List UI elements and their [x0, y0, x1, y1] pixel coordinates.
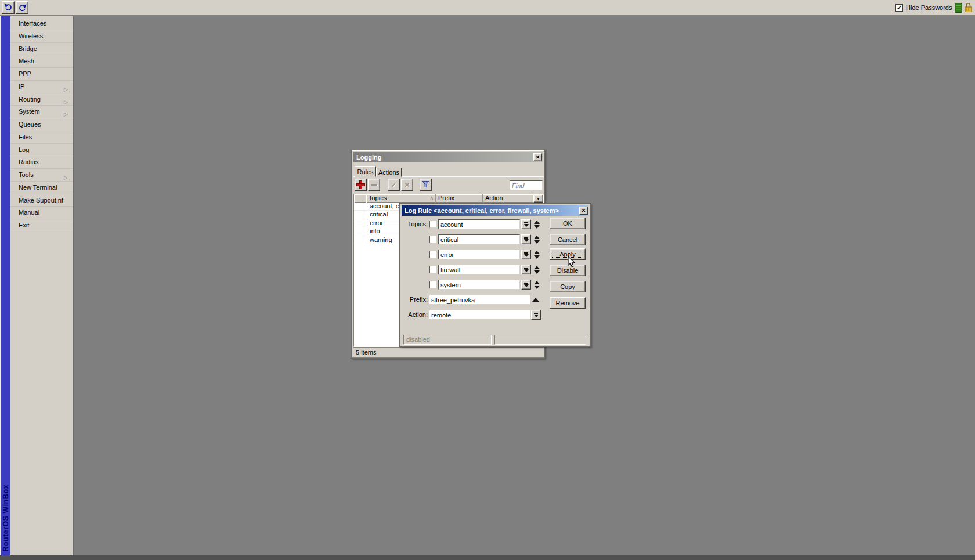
action-input[interactable] [429, 310, 530, 320]
disable-rule-button[interactable]: ✕ [401, 179, 413, 191]
sidebar-item-system[interactable]: System▷ [10, 106, 73, 118]
topic-checkbox[interactable] [429, 266, 437, 273]
close-icon: ✕ [582, 208, 586, 214]
sidebar-item-mesh[interactable]: Mesh [10, 55, 73, 68]
topic-input[interactable] [438, 250, 520, 259]
dropdown-list-icon [524, 268, 528, 269]
sidebar-item-wireless[interactable]: Wireless [10, 30, 73, 43]
topic-spinner[interactable] [533, 250, 540, 259]
cancel-button[interactable]: Cancel [550, 234, 586, 245]
button-label: OK [563, 220, 572, 227]
topic-input[interactable] [438, 265, 520, 274]
tab-rules[interactable]: Rules [355, 166, 376, 177]
hide-passwords-label: Hide Passwords [906, 4, 952, 12]
undo-button[interactable] [2, 1, 15, 14]
sidebar-item-exit[interactable]: Exit [10, 219, 73, 232]
log-rule-dialog: Log Rule <account, critical, error, fire… [399, 203, 591, 347]
topic-spinner[interactable] [533, 280, 540, 290]
sidebar-item-log[interactable]: Log [10, 144, 73, 157]
remove-button[interactable]: Remove [550, 297, 586, 309]
window-bottom-border [0, 555, 975, 560]
add-rule-button[interactable] [355, 179, 367, 191]
prefix-input[interactable] [429, 295, 530, 305]
enable-rule-button[interactable]: ✓ [388, 179, 400, 191]
sidebar-item-ip[interactable]: IP▷ [10, 81, 73, 93]
sidebar-item-routing[interactable]: Routing▷ [10, 93, 73, 106]
ok-button[interactable]: OK [550, 218, 586, 229]
topic-dropdown-button[interactable] [521, 265, 531, 274]
sidebar-item-label: PPP [19, 70, 31, 77]
find-input[interactable] [510, 180, 543, 190]
sidebar-item-label: Make Supout.rif [19, 197, 63, 204]
sidebar-item-radius[interactable]: Radius [10, 156, 73, 169]
log-rule-dialog-titlebar[interactable]: Log Rule <account, critical, error, fire… [402, 205, 588, 216]
topic-checkbox[interactable] [429, 236, 437, 243]
sidebar-item-interfaces[interactable]: Interfaces [10, 17, 73, 30]
sidebar-item-new-terminal[interactable]: New Terminal [10, 182, 73, 194]
collapse-up-icon[interactable] [532, 298, 539, 302]
column-header-flags[interactable] [354, 194, 366, 203]
checkmark-icon: ✓ [897, 4, 902, 11]
topic-input[interactable] [438, 234, 520, 244]
spinner-down-icon [534, 270, 540, 274]
remove-rule-button[interactable] [368, 179, 380, 191]
column-header-topics[interactable]: Topics ∧ [366, 194, 436, 203]
redo-icon [18, 3, 27, 12]
topic-dropdown-button[interactable] [521, 234, 531, 244]
spinner-up-icon [534, 221, 540, 224]
topic-input[interactable] [438, 280, 520, 290]
mouse-cursor [568, 256, 576, 269]
logging-close-button[interactable]: ✕ [533, 153, 542, 161]
sidebar-item-label: IP [19, 83, 24, 90]
sidebar-item-label: New Terminal [19, 184, 57, 191]
topic-spinner[interactable] [533, 234, 540, 244]
topic-input[interactable] [438, 219, 520, 229]
column-header-prefix[interactable]: Prefix [436, 194, 483, 203]
sidebar-item-queues[interactable]: Queues [10, 118, 73, 131]
filter-button[interactable] [420, 179, 432, 191]
cross-icon: ✕ [404, 181, 410, 189]
topic-dropdown-button[interactable] [521, 250, 531, 259]
topic-checkbox[interactable] [429, 221, 437, 228]
row-flag-cell [354, 219, 366, 227]
sidebar-item-bridge[interactable]: Bridge [10, 43, 73, 56]
sidebar-item-label: Exit [19, 222, 29, 229]
row-flag-cell [354, 211, 366, 218]
hide-passwords-checkbox[interactable]: ✓ [895, 4, 903, 12]
rule-state-text: disabled [406, 336, 430, 343]
sidebar-item-label: Interfaces [19, 20, 46, 27]
sidebar-item-ppp[interactable]: PPP [10, 68, 73, 81]
winbox-brand-strip: RouterOS WinBox [1, 16, 10, 555]
sidebar-item-label: Log [19, 146, 29, 153]
spinner-down-icon [534, 255, 540, 259]
sidebar-item-manual[interactable]: Manual [10, 207, 73, 219]
sidebar-item-make-supout[interactable]: Make Supout.rif [10, 194, 73, 207]
logging-window-title: Logging [356, 154, 381, 161]
topic-dropdown-button[interactable] [521, 280, 531, 290]
redo-button[interactable] [16, 1, 28, 14]
sidebar-item-files[interactable]: Files [10, 131, 73, 144]
secure-lock-icon [964, 2, 973, 14]
tab-label: Actions [378, 169, 399, 176]
sidebar-item-tools[interactable]: Tools▷ [10, 169, 73, 182]
topic-dropdown-button[interactable] [521, 219, 531, 229]
chevron-down-icon: ▼ [536, 197, 540, 201]
sidebar-item-label: Tools [19, 171, 34, 178]
logging-window-titlebar[interactable]: Logging [353, 152, 543, 162]
sidebar-item-label: Radius [19, 158, 38, 165]
row-flag-cell [354, 227, 366, 235]
column-options-button[interactable]: ▼ [533, 194, 543, 203]
topic-checkbox[interactable] [429, 281, 437, 288]
topic-spinner[interactable] [533, 219, 540, 229]
dialog-close-button[interactable]: ✕ [579, 207, 588, 215]
action-dropdown-button[interactable] [531, 310, 541, 320]
items-count: 5 items [356, 349, 376, 356]
column-header-action[interactable]: Action [483, 194, 533, 203]
topic-spinner[interactable] [533, 265, 540, 274]
main-menu-sidebar: Interfaces Wireless Bridge Mesh PPP IP▷ … [10, 16, 74, 555]
topic-checkbox[interactable] [429, 251, 437, 258]
button-label: Copy [560, 283, 575, 290]
tab-actions[interactable]: Actions [376, 168, 402, 177]
filter-funnel-icon [422, 180, 429, 189]
copy-button[interactable]: Copy [550, 281, 586, 292]
